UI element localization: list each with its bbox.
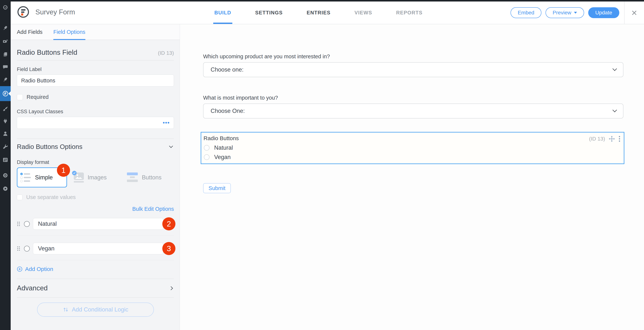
tab-field-options[interactable]: Field Options <box>53 24 85 40</box>
dropdown-field-2[interactable]: Choose One: <box>203 104 624 119</box>
sidebar-item-appearance[interactable] <box>0 105 11 113</box>
advanced-title: Advanced <box>17 284 48 292</box>
users-icon <box>2 131 8 137</box>
dropdown-field-1[interactable]: Choose one: <box>203 62 624 77</box>
tab-settings[interactable]: SETTINGS <box>255 1 283 24</box>
add-option-link[interactable]: Add Option <box>17 266 174 272</box>
display-format-options: Simple 1 Images <box>17 167 174 187</box>
add-conditional-logic-button[interactable]: Add Conditional Logic <box>37 303 154 317</box>
page-title: Survey Form <box>36 0 75 24</box>
question-label: What is most important to you? <box>203 95 624 101</box>
caret-down-icon <box>574 12 577 14</box>
app-header: Survey Form BUILD SETTINGS ENTRIES VIEWS… <box>11 0 644 24</box>
bulk-edit-options-link[interactable]: Bulk Edit Options <box>132 206 174 212</box>
advanced-section-header[interactable]: Advanced <box>17 284 174 292</box>
option-row: 2 <box>17 218 174 230</box>
option-default-radio[interactable] <box>24 221 30 227</box>
play-circle-icon <box>2 186 8 191</box>
format-buttons-label: Buttons <box>142 174 162 181</box>
formidable-icon <box>2 90 9 97</box>
step-badge-3: 3 <box>162 242 176 255</box>
format-option-simple[interactable]: Simple 1 <box>17 167 67 187</box>
wrench-icon <box>2 144 8 150</box>
form-canvas: Which upcoming product are you most inte… <box>180 24 644 330</box>
divider <box>17 139 174 139</box>
drag-handle-icon[interactable] <box>17 246 20 251</box>
plus-circle-icon <box>17 266 22 272</box>
conditional-logic-icon <box>62 307 69 313</box>
close-icon[interactable]: × <box>624 7 644 18</box>
field-id-badge: (ID 13) <box>589 136 605 142</box>
move-icon[interactable] <box>608 136 615 142</box>
option-value-input[interactable] <box>33 218 164 230</box>
radio-option: Natural <box>204 145 620 151</box>
sidebar-item-media[interactable] <box>0 37 11 46</box>
sidebar-item-users[interactable] <box>0 130 11 138</box>
sidebar-item-tools[interactable] <box>0 143 11 151</box>
option-value-input[interactable] <box>33 243 164 254</box>
step-badge-1: 1 <box>57 164 70 177</box>
required-checkbox[interactable] <box>17 94 23 100</box>
tab-build[interactable]: BUILD <box>214 1 231 24</box>
field-options-panel: Radio Buttons Field (ID 13) Field Label … <box>11 40 180 317</box>
sidebar-item-pages[interactable] <box>0 50 11 59</box>
update-button[interactable]: Update <box>588 7 619 18</box>
tab-entries[interactable]: ENTRIES <box>307 1 330 24</box>
option-default-radio[interactable] <box>24 246 30 252</box>
step-badge-2: 2 <box>162 217 176 230</box>
radio-input[interactable] <box>204 154 210 160</box>
drag-handle-icon[interactable] <box>17 221 20 226</box>
sidebar-item-play-plugin[interactable] <box>0 184 11 193</box>
display-format-label: Display format <box>17 160 174 165</box>
option-row: 3 <box>17 243 174 254</box>
admin-top-bar <box>0 0 644 1</box>
sidebar-item-dashboard[interactable] <box>0 3 11 11</box>
sidebar-item-comments[interactable] <box>0 63 11 71</box>
sidebar-item-posts[interactable] <box>0 24 11 32</box>
admin-rail <box>0 0 11 330</box>
required-label: Required <box>26 94 49 100</box>
media-icon <box>2 39 8 44</box>
preview-button[interactable]: Preview <box>546 7 584 18</box>
chevron-down-icon <box>612 108 617 112</box>
radio-input[interactable] <box>204 145 210 151</box>
format-option-buttons[interactable]: Buttons <box>127 172 162 182</box>
simple-list-icon <box>20 172 32 183</box>
chevron-right-icon <box>169 286 173 290</box>
panel-title: Radio Buttons Field <box>17 49 77 56</box>
radio-field-label: Radio Buttons <box>204 135 239 142</box>
tab-views[interactable]: VIEWS <box>354 1 372 24</box>
css-classes-input[interactable] <box>17 117 174 129</box>
plug-icon <box>2 119 8 124</box>
form-nav-tabs: BUILD SETTINGS ENTRIES VIEWS REPORTS <box>214 1 422 24</box>
kebab-menu-icon[interactable] <box>618 136 620 142</box>
submit-button[interactable]: Submit <box>203 183 231 193</box>
field-label-input[interactable] <box>17 75 174 87</box>
chevron-down-icon <box>169 144 173 148</box>
use-separate-values-checkbox[interactable] <box>17 194 22 200</box>
active-menu-notch <box>8 91 11 96</box>
options-section-header[interactable]: Radio Buttons Options <box>17 143 174 151</box>
divider <box>17 60 174 61</box>
sidebar-item-settings-sliders[interactable] <box>0 156 11 164</box>
divider <box>17 260 174 260</box>
divider <box>17 297 174 298</box>
sidebar-item-d-plugin[interactable] <box>0 171 11 179</box>
tab-reports[interactable]: REPORTS <box>396 1 422 24</box>
header-actions: Embed Preview Update × <box>510 1 644 24</box>
tab-add-fields[interactable]: Add Fields <box>17 24 42 40</box>
builder-sidebar: Add Fields Field Options Radio Buttons F… <box>11 24 180 330</box>
field-label-label: Field Label <box>17 66 174 72</box>
format-simple-label: Simple <box>35 174 53 181</box>
selected-radio-field[interactable]: Radio Buttons (ID 13) Natural Vegan <box>201 132 624 164</box>
field-id-badge: (ID 13) <box>158 50 174 56</box>
more-options-icon[interactable]: ••• <box>163 120 170 126</box>
pages-icon <box>2 52 8 58</box>
use-separate-values-label: Use separate values <box>26 194 76 200</box>
sidebar-item-plugins[interactable] <box>0 117 11 125</box>
embed-button[interactable]: Embed <box>510 7 542 18</box>
formidable-logo-icon <box>17 6 30 18</box>
sidebar-item-pin-2[interactable] <box>0 76 11 84</box>
chevron-down-icon <box>612 66 617 71</box>
format-option-images[interactable]: Images <box>74 172 107 182</box>
